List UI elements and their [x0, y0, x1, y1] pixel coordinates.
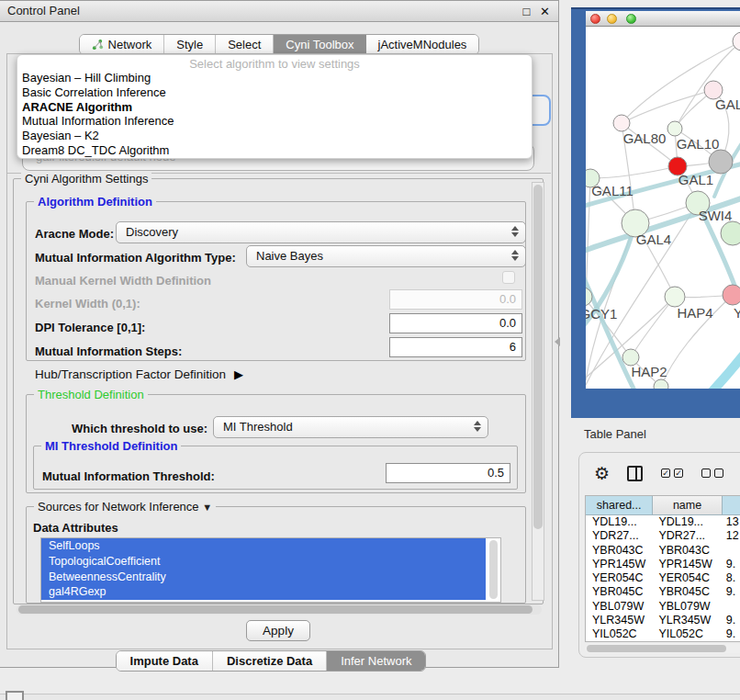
table-cell: YPR145W [586, 558, 653, 571]
select-all-icon[interactable]: ✓✓ [661, 469, 683, 478]
table-row[interactable]: YDL19...YDL19...13 [586, 515, 740, 529]
attribute-item-selected[interactable]: gal4RGexp [41, 584, 486, 600]
manual-kernel-checkbox[interactable] [502, 271, 515, 284]
scrollbar-thumb[interactable] [587, 645, 726, 652]
control-panel-tabs: Network Style Select Cyni Toolbox jActiv… [0, 28, 558, 55]
network-node[interactable] [723, 285, 740, 305]
tab-network-label: Network [108, 35, 152, 54]
table-row[interactable]: YIL052CYIL052C9. [586, 627, 740, 641]
group-title: Threshold Definition [34, 388, 148, 401]
network-node[interactable] [667, 121, 682, 136]
sources-expander[interactable]: Sources for Network Inference ▼ [34, 500, 216, 514]
apply-button[interactable]: Apply [246, 620, 310, 641]
network-node[interactable] [613, 115, 630, 131]
network-view-window[interactable]: GALGAL80GAL10GAL11GAL1SWI4GAL4GCY1HAP4YH… [571, 7, 740, 418]
table-row[interactable]: YLR345WYLR345W9. [586, 614, 740, 627]
table-cell: YBR043C [653, 544, 722, 558]
network-node-label: GAL4 [636, 231, 671, 247]
combo-arrows-icon [511, 226, 519, 237]
table-panel: ⚙ ✓✓ shared... name A YDL19...YDL19...13… [578, 452, 740, 658]
aracne-mode-combobox[interactable]: Discovery [116, 221, 526, 243]
algorithm-option[interactable]: Mutual Information Inference [17, 114, 532, 129]
network-edge [622, 90, 713, 123]
mac-close-icon[interactable] [590, 14, 600, 24]
attribute-item-selected[interactable]: TopologicalCoefficient [41, 554, 486, 570]
algorithm-option-selected[interactable]: ARACNE Algorithm [17, 100, 532, 115]
splitter-collapse-icon[interactable] [555, 337, 560, 346]
network-window-titlebar[interactable] [586, 11, 740, 27]
network-node-label: GAL [715, 96, 740, 112]
which-threshold-combobox[interactable]: MI Threshold [213, 416, 488, 438]
table-cell: 8. [723, 571, 740, 585]
table-row[interactable]: YBL079WYBL079W [586, 600, 740, 614]
float-window-icon[interactable]: □ [520, 5, 533, 18]
vertical-scrollbar[interactable] [532, 182, 544, 601]
data-attributes-list: SelfLoops TopologicalCoefficient Between… [40, 537, 501, 603]
algorithm-option[interactable]: Bayesian – K2 [17, 129, 532, 143]
table-cell: YLR345W [653, 614, 722, 627]
mi-type-combobox[interactable]: Naive Bayes [246, 245, 526, 267]
group-title: Cyni Algorithm Settings [21, 172, 151, 186]
table-horizontal-scrollbar[interactable] [585, 644, 740, 653]
close-icon[interactable]: ✕ [538, 5, 552, 18]
scrollbar-thumb[interactable] [533, 185, 543, 529]
table-row[interactable]: YER054CYER054C8. [586, 571, 740, 585]
network-node[interactable] [721, 221, 740, 245]
network-node[interactable] [665, 287, 685, 307]
network-node[interactable] [709, 150, 733, 174]
mac-zoom-icon[interactable] [626, 14, 636, 24]
split-columns-icon[interactable] [627, 466, 643, 481]
aracne-mode-label: Aracne Mode: [35, 227, 114, 241]
network-node-label: GAL11 [591, 183, 633, 198]
table-cell: YPR145W [653, 558, 722, 571]
horizontal-scrollbar[interactable] [17, 604, 542, 615]
table-row[interactable]: YPR145WYPR145W9. [586, 558, 740, 571]
algorithm-option[interactable]: Bayesian – Hill Climbing [17, 71, 532, 85]
column-header-cut[interactable]: A [723, 496, 740, 514]
tab-jactivemnodules[interactable]: jActiveMNodules [366, 35, 479, 54]
tab-style[interactable]: Style [164, 35, 216, 54]
mi-steps-field[interactable]: 6 [389, 337, 522, 357]
network-edge [586, 178, 590, 376]
tab-network[interactable]: Network [80, 35, 165, 54]
tab-infer-network[interactable]: Infer Network [327, 651, 425, 671]
network-edge-weighted [710, 350, 740, 389]
algorithm-option[interactable]: Dream8 DC_TDC Algorithm [17, 143, 532, 158]
network-node[interactable] [654, 379, 668, 389]
table-cell: YDR27... [586, 529, 653, 543]
table-row[interactable]: YDR27...YDR27...12 [586, 529, 740, 543]
minimized-panel-icon[interactable] [6, 691, 24, 700]
tab-select[interactable]: Select [216, 35, 274, 54]
network-node-label: SWI4 [699, 208, 733, 223]
column-header-shared-name[interactable]: shared... [586, 496, 653, 514]
table-cell: YIL052C [653, 627, 722, 641]
attribute-item-selected[interactable]: SelfLoops [41, 538, 486, 554]
expander-expanded-icon[interactable]: ▼ [202, 502, 212, 513]
deselect-all-icon[interactable] [701, 469, 723, 478]
mac-minimize-icon[interactable] [607, 14, 617, 24]
network-node-label: GCY1 [586, 306, 617, 322]
tab-discretize-data[interactable]: Discretize Data [213, 651, 327, 671]
hub-definition-expander[interactable]: Hub/Transcription Factor Definition ▶ [35, 367, 243, 381]
dpi-tolerance-field[interactable]: 0.0 [389, 313, 522, 333]
tab-impute-data[interactable]: Impute Data [117, 651, 213, 671]
table-cell: YDL19... [653, 515, 722, 529]
mi-threshold-field[interactable]: 0.5 [386, 463, 510, 483]
expander-collapsed-icon[interactable]: ▶ [234, 367, 243, 381]
table-row[interactable]: YBR045CYBR045C9. [586, 585, 740, 599]
attribute-item-selected[interactable]: BetweennessCentrality [41, 570, 486, 585]
algorithm-option[interactable]: Basic Correlation Inference [17, 85, 532, 100]
network-canvas[interactable]: GALGAL80GAL10GAL11GAL1SWI4GAL4GCY1HAP4YH… [586, 27, 740, 389]
gear-icon[interactable]: ⚙ [594, 463, 610, 484]
mi-steps-label: Mutual Information Steps: [35, 344, 182, 358]
tab-cyni-toolbox[interactable]: Cyni Toolbox [274, 35, 365, 54]
kernel-width-field[interactable]: 0.0 [389, 289, 522, 310]
list-scrollbar[interactable] [489, 540, 498, 599]
network-tab-icon [92, 39, 104, 51]
table-row[interactable]: YBR043CYBR043C [586, 544, 740, 558]
table-cell: YBL079W [586, 600, 653, 614]
data-attributes-label: Data Attributes [33, 521, 118, 535]
scrollbar-thumb[interactable] [18, 605, 533, 614]
table-panel-title: Table Panel [584, 427, 646, 441]
column-header-name[interactable]: name [653, 496, 722, 514]
